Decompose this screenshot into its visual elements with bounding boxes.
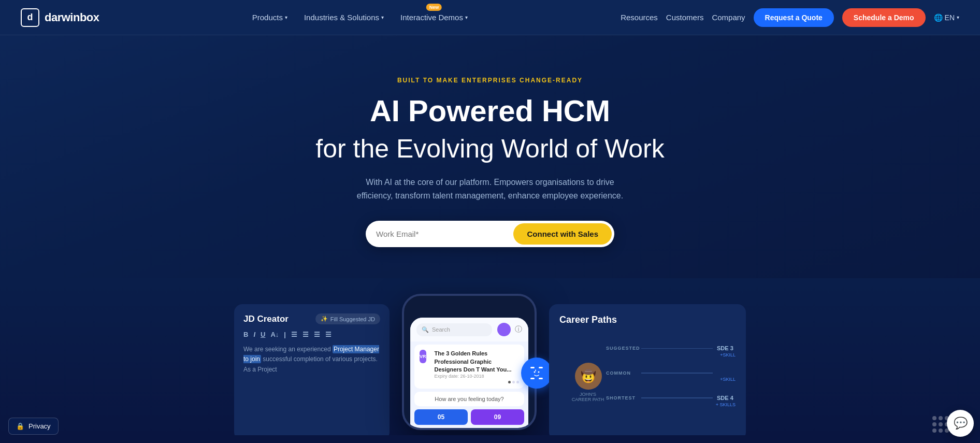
jd-creator-card: JD Creator ✨ Fill Suggested JD B I U A↓ … [234,304,390,435]
suggested-label: SUGGESTED [606,346,637,351]
dot-1 [508,381,511,383]
chevron-down-icon: ▾ [957,15,959,20]
career-paths-card: Career Paths 🤠 JOHN'SCAREER PATH SUGGEST… [549,304,746,435]
card-label: VR [420,350,426,363]
phone-buttons: 05 09 [414,409,524,425]
tool-align1[interactable]: ☰ [291,331,297,338]
career-row-common: COMMON +SKILL [606,370,736,382]
dot [932,428,936,433]
dot [932,422,936,426]
career-person-label: JOHN'SCAREER PATH [570,392,606,402]
dot-2 [512,381,515,383]
shortest-skill: + SKILLS [606,402,736,407]
career-title: Career Paths [559,315,736,325]
suggested-skill: +SKILL [606,352,736,358]
svg-rect-0 [530,367,535,368]
phone-dots [420,381,519,383]
phone-search-bar[interactable]: 🔍 Search [416,323,492,336]
jd-title: JD Creator [243,314,289,324]
phone-card-item[interactable]: VR The 3 Golden Rules Professional Graph… [414,345,524,389]
cards-section: JD Creator ✨ Fill Suggested JD B I U A↓ … [0,278,980,435]
common-skill: +SKILL [606,377,736,382]
nav-right: Resources Customers Company Request a Qu… [621,8,959,27]
tool-color[interactable]: A↓ [270,331,279,338]
hero-subtitle: for the Evolving World of Work [10,133,970,164]
tool-italic[interactable]: I [253,331,255,338]
tool-bold[interactable]: B [243,331,248,338]
svg-point-5 [538,371,540,373]
career-row-suggested: SUGGESTED SDE 3 +SKILL [606,345,736,358]
chevron-down-icon: ▾ [465,15,468,20]
tool-underline[interactable]: U [261,331,265,338]
hero-section: BUILT TO MAKE ENTERPRISES CHANGE-READY A… [0,35,980,278]
phone-btn-1[interactable]: 05 [414,409,468,425]
common-label: COMMON [606,370,637,376]
jd-highlight: Project Manager to join [243,345,379,363]
sde4-node: SDE 4 [717,395,736,401]
new-badge: New [426,4,442,11]
tool-align3[interactable]: ☰ [314,331,320,338]
dot [939,422,943,426]
hero-description: With AI at the core of our platform. Emp… [350,176,630,202]
dot-3 [516,381,519,383]
svg-rect-1 [539,367,543,368]
magic-icon: ✨ [321,316,328,322]
chevron-down-icon: ▾ [381,15,384,20]
nav-demos-label: Interactive Demos [400,13,463,22]
dot [932,416,936,420]
privacy-badge[interactable]: 🔒 Privacy [8,418,59,435]
dot [939,428,943,433]
phone-screen: 🔍 Search ⓘ VR The 3 Golden Rules Profess… [410,318,528,428]
svg-rect-2 [530,378,535,379]
language-selector[interactable]: 🌐 EN ▾ [934,13,959,22]
info-icon: ⓘ [515,325,522,334]
schedule-demo-button[interactable]: Schedule a Demo [842,8,926,27]
navbar: d darwinbox Products ▾ Industries & Solu… [0,0,980,35]
chat-bubble[interactable]: 💬 [947,410,974,437]
nav-resources[interactable]: Resources [621,13,658,22]
shortest-label: SHORTEST [606,395,637,401]
phone-card: 🔍 Search ⓘ VR The 3 Golden Rules Profess… [402,294,537,430]
phone-btn-2[interactable]: 09 [471,409,524,425]
career-chart: 🤠 JOHN'SCAREER PATH SUGGESTED SDE 3 +SKI… [559,335,736,418]
email-input[interactable] [376,224,513,244]
logo-text: darwinbox [45,11,99,24]
connect-sales-button[interactable]: Connect with Sales [513,223,612,245]
nav-customers[interactable]: Customers [666,13,704,22]
privacy-label: Privacy [28,422,51,430]
nav-item-industries[interactable]: Industries & Solutions ▾ [304,13,384,22]
request-quote-button[interactable]: Request a Quote [754,8,834,27]
career-row-shortest: SHORTEST SDE 4 + SKILLS [606,395,736,407]
logo-icon: d [21,8,39,27]
phone-notch [449,302,490,312]
dot [939,416,943,420]
chat-icon: 💬 [954,417,968,430]
search-icon: 🔍 [422,326,429,333]
lock-icon: 🔒 [16,422,24,430]
nav-industries-label: Industries & Solutions [304,13,379,22]
tool-divider: | [284,331,286,338]
tool-align4[interactable]: ☰ [325,331,332,338]
lang-label: EN [945,13,955,22]
face-id-button[interactable] [521,358,552,389]
chevron-down-icon: ▾ [285,15,287,20]
hero-tag: BUILT TO MAKE ENTERPRISES CHANGE-READY [10,77,970,84]
tool-align2[interactable]: ☰ [302,331,309,338]
phone-outer: 🔍 Search ⓘ VR The 3 Golden Rules Profess… [402,294,537,430]
career-avatar: 🤠 [575,363,602,390]
jd-toolbar: B I U A↓ | ☰ ☰ ☰ ☰ [243,331,380,338]
nav-item-demos[interactable]: New Interactive Demos ▾ [400,13,468,22]
search-placeholder: Search [432,326,450,333]
jd-text: We are seeking an experienced Project Ma… [243,345,380,375]
email-form: Connect with Sales [366,221,614,247]
nav-left: Products ▾ Industries & Solutions ▾ New … [252,13,468,22]
jd-badge[interactable]: ✨ Fill Suggested JD [315,313,380,324]
feeling-text: How are you feeling today? [414,392,524,406]
logo[interactable]: d darwinbox [21,8,99,27]
svg-rect-3 [539,378,543,379]
nav-products-label: Products [252,13,283,22]
nav-item-products[interactable]: Products ▾ [252,13,287,22]
card-title: The 3 Golden Rules Professional Graphic … [435,350,519,374]
card-sub: Expiry date: 26-10-2018 [435,374,519,379]
nav-company[interactable]: Company [712,13,745,22]
